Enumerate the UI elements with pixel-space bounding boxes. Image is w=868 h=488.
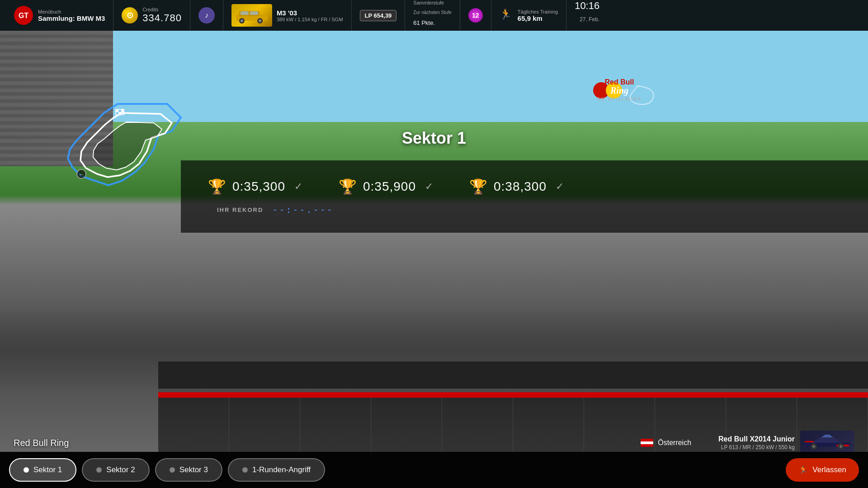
trophy-times-row: 🏆 0:35,300 ✓ 🏆 0:35,900 ✓ 🏆 0:38,300 ✓ [208, 178, 841, 195]
svg-text:Ring: Ring [610, 85, 628, 96]
silver-time: 0:35,900 [363, 179, 416, 194]
tab-sektor3[interactable]: Sektor 3 [155, 458, 222, 482]
car-thumbnail [231, 4, 272, 27]
sector-title: Sektor 1 [402, 129, 466, 148]
current-time: 10:16 [575, 0, 599, 12]
tab-dot-sektor1 [24, 467, 29, 473]
austria-flag-icon [641, 439, 653, 447]
gold-trophy-item: 🏆 0:35,300 ✓ [208, 178, 302, 195]
gold-time: 0:35,300 [232, 179, 285, 194]
record-label: IHR REKORD [217, 206, 263, 213]
header-car-section: M3 '03 389 kW / 1.154 kg / FR / SGM [223, 0, 352, 31]
redbull-logo: Red Bull Ring AM SPIELBERG [579, 75, 660, 113]
lp-badge: LP 654,39 [360, 10, 397, 21]
music-icon[interactable]: ♪ [198, 7, 215, 23]
bronze-time: 0:38,300 [494, 179, 547, 194]
current-date: 27. Feb. [580, 16, 599, 23]
verlassen-icon: 🏃 [798, 465, 808, 475]
credits-label: Credits [142, 7, 182, 12]
silver-check-icon: ✓ [425, 181, 433, 192]
svg-rect-23 [805, 441, 814, 442]
track-name: Red Bull Ring [14, 438, 69, 448]
svg-text:Red Bull: Red Bull [605, 78, 634, 86]
bronze-trophy-icon: 🏆 [469, 178, 487, 195]
tab-label-sektor1: Sektor 1 [33, 465, 62, 474]
header-bar: GT Menübuch Sammlung: BMW M3 ⊙ Credits 3… [0, 0, 868, 31]
collector-pts: 61 Pkte. [413, 19, 435, 26]
header-level-section: 12 [460, 0, 491, 31]
car-name: M3 '03 [277, 9, 343, 17]
svg-text:AM SPIELBERG: AM SPIELBERG [597, 97, 642, 102]
daily-info: Tägliches Training 65,9 km [518, 9, 558, 22]
svg-rect-9 [250, 11, 258, 15]
credits-coin-icon: ⊙ [122, 7, 138, 23]
tab-dot-sektor2 [96, 467, 102, 473]
credits-value: 334.780 [142, 12, 182, 24]
bronze-trophy-item: 🏆 0:38,300 ✓ [469, 178, 564, 195]
bottom-info-bar: Red Bull Ring Österreich Red Bull X2014 … [0, 434, 868, 452]
times-panel: 🏆 0:35,300 ✓ 🏆 0:35,900 ✓ 🏆 0:38,300 ✓ I… [181, 160, 868, 233]
svg-rect-13 [118, 112, 121, 115]
tab-dot-runden [242, 467, 248, 473]
gt-logo-icon: GT [14, 5, 33, 25]
menu-info: Menübuch Sammlung: BMW M3 [38, 9, 105, 22]
tab-sektor2[interactable]: Sektor 2 [82, 458, 149, 482]
svg-point-7 [259, 19, 261, 22]
collector-next: Zur nächsten Stufe [413, 10, 452, 15]
gold-trophy-icon: 🏆 [208, 178, 226, 195]
daily-label: Tägliches Training [518, 9, 558, 14]
verlassen-label: Verlassen [812, 465, 846, 474]
svg-point-5 [241, 19, 243, 22]
svg-point-27 [840, 445, 842, 448]
svg-point-26 [812, 445, 815, 448]
tab-label-sektor2: Sektor 2 [106, 465, 135, 474]
red-stripe [158, 392, 868, 398]
svg-text:←: ← [79, 171, 84, 178]
country-info: Österreich [641, 439, 691, 447]
bottom-nav: Sektor 1 Sektor 2 Sektor 3 1-Runden-Angr… [0, 452, 868, 488]
tab-label-sektor3: Sektor 3 [179, 465, 208, 474]
record-row: IHR REKORD --:--.--- [217, 204, 841, 215]
tab-sektor1[interactable]: Sektor 1 [9, 458, 76, 482]
header-credits-section: ⊙ Credits 334.780 [113, 0, 190, 31]
svg-rect-12 [121, 109, 124, 112]
daily-km: 65,9 km [518, 14, 558, 22]
record-value: --:--.--- [272, 204, 333, 215]
tab-label-runden: 1-Runden-Angriff [252, 465, 311, 474]
header-gt-logo-section: GT Menübuch Sammlung: BMW M3 [5, 0, 113, 31]
menu-label: Menübuch [38, 9, 105, 14]
header-daily-section: 🏃 Tägliches Training 65,9 km [491, 0, 566, 31]
header-lp-section: LP 654,39 [352, 0, 406, 31]
collector-label: Sammlerstufe [413, 0, 444, 5]
country-name: Österreich [658, 439, 691, 447]
car-spec-right: LP 613 / MR / 250 kW / 550 kg [721, 444, 795, 450]
silver-trophy-icon: 🏆 [339, 178, 357, 195]
car-name-right: Red Bull X2014 Junior [718, 435, 795, 443]
collection-name: Sammlung: BMW M3 [38, 14, 105, 22]
credits-info: Credits 334.780 [142, 7, 182, 24]
car-info: M3 '03 389 kW / 1.154 kg / FR / SGM [277, 9, 343, 22]
bronze-check-icon: ✓ [556, 181, 564, 192]
header-music-section[interactable]: ♪ [190, 0, 223, 31]
car-specs: 389 kW / 1.154 kg / FR / SGM [277, 17, 343, 22]
svg-rect-8 [241, 11, 249, 15]
verlassen-button[interactable]: 🏃 Verlassen [786, 458, 859, 482]
silver-trophy-item: 🏆 0:35,900 ✓ [339, 178, 433, 195]
header-collector-section: Sammlerstufe Zur nächsten Stufe 61 Pkte. [405, 0, 460, 31]
svg-text:GT: GT [19, 12, 28, 19]
level-badge: 12 [468, 8, 483, 23]
gold-check-icon: ✓ [294, 181, 302, 192]
tab-dot-sektor3 [170, 467, 175, 473]
car-info-right: Red Bull X2014 Junior LP 613 / MR / 250 … [718, 435, 795, 450]
svg-rect-11 [116, 109, 118, 112]
runner-icon: 🏃 [500, 9, 513, 22]
tab-runden[interactable]: 1-Runden-Angriff [228, 458, 325, 482]
header-time-section: 10:16 27. Feb. [566, 0, 608, 31]
